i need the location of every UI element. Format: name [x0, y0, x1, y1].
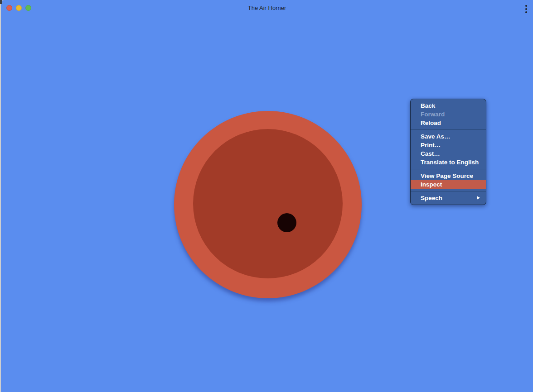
- menu-item-reload[interactable]: Reload: [411, 119, 486, 127]
- menu-item-forward[interactable]: Forward: [411, 110, 486, 119]
- air-horn-button[interactable]: [174, 111, 362, 298]
- menu-item-view-page-source[interactable]: View Page Source: [411, 172, 486, 180]
- app-window: The Air Horner Back Forward Reload Save …: [1, 0, 533, 392]
- menu-item-speech[interactable]: Speech: [411, 194, 486, 202]
- menu-item-back[interactable]: Back: [411, 101, 486, 110]
- air-horn-center-dot: [277, 213, 296, 232]
- titlebar: The Air Horner: [1, 0, 533, 16]
- right-arrow-icon: [477, 196, 480, 200]
- menu-item-print[interactable]: Print…: [411, 141, 486, 149]
- menu-item-inspect[interactable]: Inspect: [411, 180, 486, 189]
- context-menu-group-navigation: Back Forward Reload: [411, 101, 486, 127]
- menu-divider: [411, 169, 486, 169]
- menu-item-translate[interactable]: Translate to English: [411, 158, 486, 167]
- context-menu-group-page-actions: Save As… Print… Cast… Translate to Engli…: [411, 132, 486, 167]
- context-menu-group-speech: Speech: [411, 194, 486, 202]
- menu-divider: [411, 191, 486, 191]
- context-menu: Back Forward Reload Save As… Print… Cast…: [410, 99, 486, 205]
- air-horn-inner-ring: [193, 129, 343, 278]
- menu-item-save-as[interactable]: Save As…: [411, 132, 486, 141]
- context-menu-group-developer: View Page Source Inspect: [411, 172, 486, 189]
- background-window-notch: [0, 0, 2, 4]
- menu-item-cast[interactable]: Cast…: [411, 149, 486, 158]
- kebab-menu-icon[interactable]: [525, 5, 527, 13]
- window-title: The Air Horner: [1, 0, 533, 16]
- menu-divider: [411, 129, 486, 130]
